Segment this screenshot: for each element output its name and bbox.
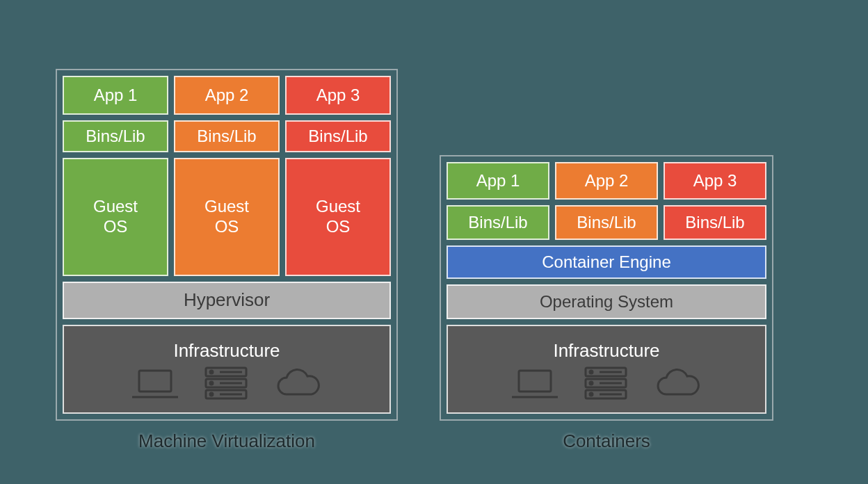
svg-point-16 — [590, 371, 593, 373]
vm-bins-1: Bins/Lib — [63, 120, 168, 152]
svg-point-6 — [210, 382, 213, 385]
laptop-icon — [509, 366, 561, 401]
vm-app-1: App 1 — [63, 76, 168, 115]
vm-guest-row: Guest OS Guest OS Guest OS — [63, 158, 391, 276]
svg-point-5 — [210, 371, 213, 373]
vm-stack: App 1 App 2 App 3 Bins/Lib Bins/Lib Bins… — [56, 69, 398, 421]
ct-bins-1: Bins/Lib — [447, 205, 549, 240]
vm-caption: Machine Virtualization — [138, 430, 315, 452]
ct-app-3: App 3 — [664, 162, 766, 200]
vm-guest-os-3: Guest OS — [285, 158, 391, 276]
vm-guest-os-2: Guest OS — [174, 158, 280, 276]
ct-infrastructure-label: Infrastructure — [553, 340, 659, 362]
ct-app-2: App 2 — [555, 162, 658, 200]
ct-bins-2: Bins/Lib — [555, 205, 658, 240]
svg-rect-11 — [519, 371, 551, 392]
ct-apps-row: App 1 App 2 App 3 — [447, 162, 766, 200]
ct-bins-3: Bins/Lib — [664, 205, 766, 240]
vm-apps-row: App 1 App 2 App 3 — [63, 76, 391, 115]
svg-rect-0 — [139, 371, 171, 392]
server-rack-icon — [581, 365, 630, 403]
infrastructure-icons — [509, 365, 704, 403]
svg-point-18 — [590, 393, 593, 396]
vm-infrastructure-label: Infrastructure — [173, 340, 280, 362]
operating-system: Operating System — [447, 284, 766, 319]
vm-hypervisor: Hypervisor — [63, 282, 391, 319]
ct-infrastructure: Infrastructure — [447, 325, 766, 414]
laptop-icon — [129, 366, 181, 401]
vm-app-2: App 2 — [174, 76, 280, 115]
vm-bins-2: Bins/Lib — [174, 120, 280, 152]
server-rack-icon — [202, 365, 250, 403]
vm-infrastructure: Infrastructure — [63, 325, 391, 414]
vm-bins-row: Bins/Lib Bins/Lib Bins/Lib — [63, 120, 391, 152]
vm-guest-os-1: Guest OS — [63, 158, 168, 276]
containers-stack: App 1 App 2 App 3 Bins/Lib Bins/Lib Bins… — [440, 155, 773, 421]
ct-bins-row: Bins/Lib Bins/Lib Bins/Lib — [447, 205, 766, 240]
ct-caption: Containers — [563, 430, 650, 452]
cloud-icon — [651, 366, 704, 401]
cloud-icon — [271, 366, 324, 401]
vm-bins-3: Bins/Lib — [285, 120, 391, 152]
ct-app-1: App 1 — [447, 162, 549, 200]
svg-point-7 — [210, 393, 213, 396]
vm-app-3: App 3 — [285, 76, 391, 115]
infrastructure-icons — [129, 365, 324, 403]
svg-point-17 — [590, 382, 593, 385]
container-engine: Container Engine — [447, 245, 766, 279]
